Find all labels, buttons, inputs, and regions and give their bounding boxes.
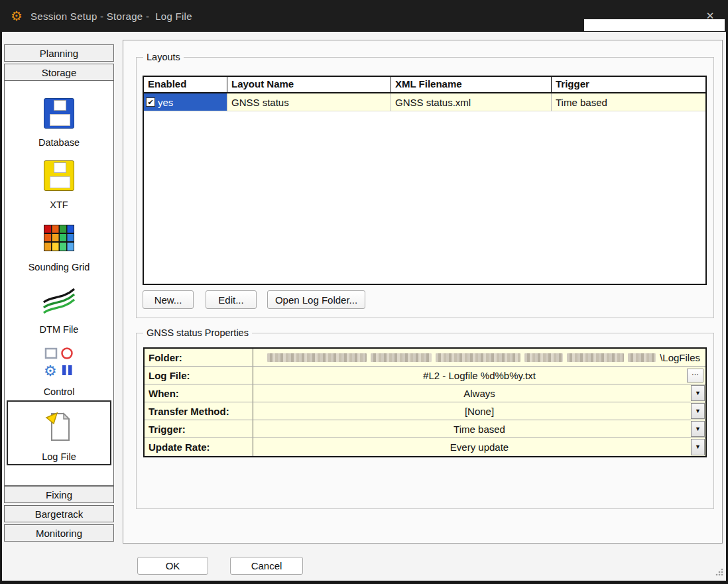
chevron-down-icon: ▼ xyxy=(695,390,701,396)
sidebar-item-control[interactable]: ⚙ Control xyxy=(7,338,111,399)
transfer-method-dropdown-button[interactable]: ▼ xyxy=(691,403,705,419)
edit-button-label: Edit... xyxy=(218,294,243,306)
sidebar-tab-storage[interactable]: Storage xyxy=(4,64,114,81)
column-header-layout-name: Layout Name xyxy=(227,77,391,92)
redacted-text xyxy=(524,353,563,362)
control-icon: ⚙ xyxy=(44,338,74,386)
browse-button[interactable]: ... xyxy=(687,369,703,382)
tab-label: Planning xyxy=(40,48,78,59)
new-button-label: New... xyxy=(154,294,182,306)
sidebar-tab-bargetrack[interactable]: Bargetrack xyxy=(4,505,114,522)
column-header-trigger: Trigger xyxy=(552,77,705,92)
new-button[interactable]: New... xyxy=(143,290,194,309)
trigger-cell[interactable]: Time based xyxy=(552,93,705,111)
enabled-value: yes xyxy=(158,97,173,108)
database-floppy-icon xyxy=(44,89,74,137)
enabled-checkbox[interactable]: ✔ xyxy=(146,97,155,107)
tab-label: Storage xyxy=(42,67,77,78)
ok-button[interactable]: OK xyxy=(137,557,208,575)
cancel-button-label: Cancel xyxy=(251,560,282,571)
update-rate-label: Update Rate: xyxy=(145,438,253,456)
window-title: Session Setup - Storage - Log File xyxy=(30,11,192,22)
edit-button[interactable]: Edit... xyxy=(206,290,257,309)
layouts-table: Enabled Layout Name XML Filename Trigger… xyxy=(143,76,707,285)
sidebar-item-label: DTM File xyxy=(40,324,79,337)
property-row-when: When: Always ▼ xyxy=(145,384,705,402)
resize-grip-icon xyxy=(715,567,724,577)
sidebar-tab-fixing[interactable]: Fixing xyxy=(4,486,114,503)
ellipsis-icon: ... xyxy=(692,369,699,376)
log-file-label: Log File: xyxy=(145,367,253,384)
folder-value-field[interactable]: \LogFiles xyxy=(253,349,705,366)
open-log-folder-label: Open Log Folder... xyxy=(275,294,357,306)
when-dropdown-button[interactable]: ▼ xyxy=(691,385,705,401)
redacted-text xyxy=(371,353,432,362)
resize-grip[interactable] xyxy=(715,567,724,579)
redacted-text xyxy=(267,353,367,362)
tab-label: Fixing xyxy=(46,489,72,500)
layouts-group-label: Layouts xyxy=(143,52,184,62)
properties-table: Folder: \LogFiles Log File: #L2 - Logfil… xyxy=(143,347,707,457)
folder-value: \LogFiles xyxy=(660,352,700,363)
redacted-text xyxy=(436,353,520,362)
trigger-label: Trigger: xyxy=(145,420,253,438)
update-rate-dropdown-button[interactable]: ▼ xyxy=(691,439,705,455)
when-label: When: xyxy=(145,384,253,402)
chevron-down-icon: ▼ xyxy=(695,408,701,414)
trigger-value: Time based xyxy=(454,424,505,435)
when-select[interactable]: Always ▼ xyxy=(253,384,705,402)
trigger-select[interactable]: Time based ▼ xyxy=(253,420,705,438)
transfer-method-label: Transfer Method: xyxy=(145,402,253,420)
property-row-log-file: Log File: #L2 - Logfile %d%b%y.txt ... xyxy=(145,367,705,384)
tab-label: Monitoring xyxy=(36,528,82,539)
sidebar-item-database[interactable]: Database xyxy=(7,89,111,150)
xtf-floppy-icon xyxy=(44,151,74,200)
transfer-method-select[interactable]: [None] ▼ xyxy=(253,402,705,420)
sidebar-tab-monitoring[interactable]: Monitoring xyxy=(4,524,114,542)
chevron-down-icon: ▼ xyxy=(695,444,701,450)
log-file-icon xyxy=(45,402,73,451)
tab-label: Bargetrack xyxy=(35,508,84,520)
dtm-waves-icon xyxy=(42,276,76,324)
property-row-update-rate: Update Rate: Every update ▼ xyxy=(145,438,705,456)
log-file-value: #L2 - Logfile %d%b%y.txt xyxy=(423,370,536,381)
sidebar-item-label: Control xyxy=(44,386,75,399)
folder-label: Folder: xyxy=(145,349,253,366)
sidebar-tab-planning[interactable]: Planning xyxy=(4,44,114,62)
update-rate-value: Every update xyxy=(450,441,509,453)
enabled-cell[interactable]: ✔ yes xyxy=(144,93,227,111)
sidebar-item-sounding-grid[interactable]: Sounding Grid xyxy=(7,213,111,274)
xml-filename-cell[interactable]: GNSS status.xml xyxy=(391,93,552,111)
column-header-enabled: Enabled xyxy=(144,77,227,92)
table-row[interactable]: ✔ yes GNSS status GNSS status.xml Time b… xyxy=(144,93,705,111)
sidebar-item-xtf[interactable]: XTF xyxy=(7,151,111,212)
sidebar-item-log-file[interactable]: Log File xyxy=(7,400,111,465)
redacted-text xyxy=(567,353,624,362)
property-row-trigger: Trigger: Time based ▼ xyxy=(145,420,705,438)
open-log-folder-button[interactable]: Open Log Folder... xyxy=(267,290,365,309)
redacted-text xyxy=(628,353,656,362)
sidebar-item-label: XTF xyxy=(50,200,68,212)
column-header-xml-filename: XML Filename xyxy=(391,77,552,92)
trigger-dropdown-button[interactable]: ▼ xyxy=(691,421,705,437)
gear-icon: ⚙ xyxy=(11,8,23,24)
sounding-grid-icon xyxy=(44,213,74,262)
sidebar-item-label: Log File xyxy=(42,451,76,464)
cancel-button[interactable]: Cancel xyxy=(230,557,303,575)
transfer-method-value: [None] xyxy=(465,406,494,417)
chevron-down-icon: ▼ xyxy=(695,426,701,432)
log-file-value-field[interactable]: #L2 - Logfile %d%b%y.txt ... xyxy=(253,367,705,384)
sidebar-item-dtm-file[interactable]: DTM File xyxy=(7,276,111,337)
property-row-transfer-method: Transfer Method: [None] ▼ xyxy=(145,402,705,420)
titlebar-white-box xyxy=(584,19,725,31)
update-rate-select[interactable]: Every update ▼ xyxy=(253,438,705,456)
property-row-folder: Folder: \LogFiles xyxy=(145,349,705,367)
sidebar-item-label: Sounding Grid xyxy=(29,262,90,274)
check-icon: ✔ xyxy=(147,99,153,106)
ok-button-label: OK xyxy=(166,560,180,571)
layout-name-cell[interactable]: GNSS status xyxy=(227,93,391,111)
sidebar-item-label: Database xyxy=(38,137,80,150)
properties-group-label: GNSS status Properties xyxy=(143,327,252,338)
layouts-table-header: Enabled Layout Name XML Filename Trigger xyxy=(144,77,705,93)
when-value: Always xyxy=(463,388,495,399)
